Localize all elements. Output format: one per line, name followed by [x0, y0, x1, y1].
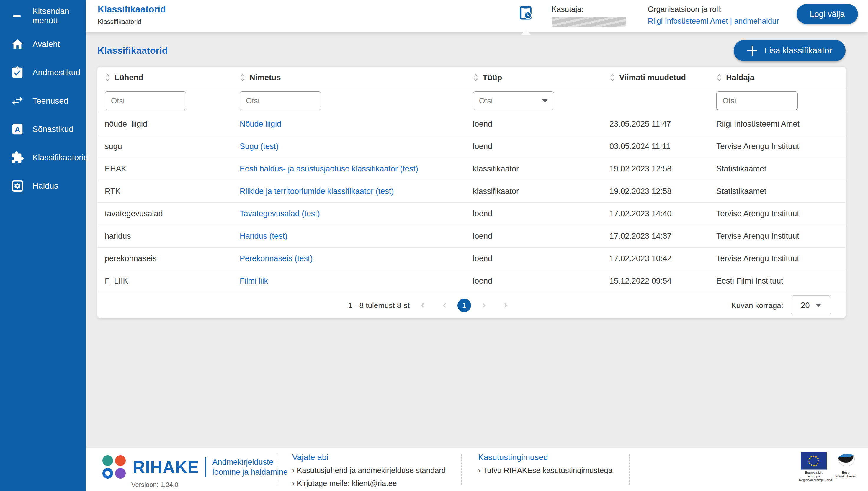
classifier-link[interactable]: Filmi liik [240, 277, 473, 286]
first-page-button[interactable] [420, 300, 430, 310]
cell-haldaja: Tervise Arengu Instituut [716, 232, 838, 241]
sidebar-item-teenused[interactable]: Teenused [0, 87, 86, 115]
org-block: Organisatsioon ja roll: Riigi Infosüstee… [648, 5, 789, 26]
user-block: Kasutaja: [552, 5, 631, 27]
eu-flag-logo: ★ ★ ★ ★ ★ ★ ★ ★ ★ ★ ★ ★ Euroopa Liit Eur… [799, 452, 829, 482]
topbar: Klassifikaatorid Klassifikaatorid Kasuta… [86, 0, 868, 32]
rihake-logo: RIHAKE Andmekirjelduste loomine ja halda… [103, 455, 288, 479]
cell-luhend: sugu [105, 142, 240, 151]
svg-text:★: ★ [810, 455, 812, 458]
last-page-button[interactable] [499, 300, 509, 310]
cell-haldaja: Tervise Arengu Instituut [716, 209, 838, 219]
tooltip-arrow [520, 30, 531, 35]
footer-link-manual[interactable]: Kasutusjuhend ja andmekirjelduse standar… [292, 466, 446, 475]
table-row: sugu Sugu (test) loend 03.05.2024 11:11 … [97, 136, 845, 158]
letter-a-icon: A [11, 122, 24, 136]
footer: RIHAKE Andmekirjelduste loomine ja halda… [86, 448, 868, 491]
sidebar-item-sonastikud[interactable]: A Sõnastikud [0, 115, 86, 143]
add-classifier-button[interactable]: Lisa klassifikaator [734, 40, 845, 61]
footer-divider [277, 454, 277, 485]
table-row: tavategevusalad Tavategevusalad (test) l… [97, 203, 845, 225]
chevron-down-icon [816, 304, 821, 307]
clipboard-clock-icon[interactable] [519, 4, 534, 22]
column-label: Viimati muudetud [619, 73, 686, 82]
app-root: Kitsendan menüü Avaleht Andmestikud Teen… [0, 0, 868, 491]
home-icon [11, 37, 24, 51]
column-header-luhend[interactable]: Lühend [105, 73, 240, 82]
cell-luhend: RTK [105, 187, 240, 196]
current-page-indicator[interactable]: 1 [458, 299, 471, 312]
filter-input-luhend[interactable] [105, 91, 186, 110]
sidebar-item-andmestikud[interactable]: Andmestikud [0, 58, 86, 87]
sidebar-item-haldus[interactable]: Haldus [0, 172, 86, 200]
svg-text:★: ★ [812, 455, 815, 458]
plus-icon [747, 46, 757, 56]
column-label: Tüüp [483, 73, 502, 82]
classifier-link[interactable]: Tavategevusalad (test) [240, 209, 473, 219]
filter-select-tuup[interactable]: Otsi [473, 91, 554, 110]
footer-link-terms[interactable]: Tutvu RIHAKEse kasutustingimustega [478, 466, 612, 475]
logout-button[interactable]: Logi välja [797, 4, 858, 24]
cell-muudetud: 19.02.2023 12:58 [609, 164, 716, 173]
classifier-link[interactable]: Sugu (test) [240, 142, 473, 151]
estonia-logo: Eesti tuleviku heaks [829, 452, 862, 478]
sort-icon [609, 74, 615, 82]
sidebar-item-klassifikaatorid[interactable]: Klassifikaatorid [0, 143, 86, 172]
classifier-link[interactable]: Riikide ja territooriumide klassifikaato… [240, 187, 473, 196]
footer-help-column: Vajate abi Kasutusjuhend ja andmekirjeld… [292, 453, 446, 488]
cell-muudetud: 17.02.2023 14:37 [609, 232, 716, 241]
column-header-tuup[interactable]: Tüüp [473, 73, 609, 82]
next-page-button[interactable] [479, 300, 489, 310]
version-text: Versioon: 1.24.0 [131, 481, 178, 489]
cell-luhend: tavategevusalad [105, 209, 240, 219]
classifier-link[interactable]: Eesti haldus- ja asustusjaotuse klassifi… [240, 164, 473, 173]
sidebar-item-label: Avaleht [32, 39, 60, 49]
breadcrumb: Klassifikaatorid [98, 18, 166, 26]
cell-haldaja: Riigi Infosüsteemi Amet [716, 119, 838, 129]
sort-icon [105, 74, 111, 82]
sidebar-item-label: Klassifikaatorid [32, 153, 88, 162]
table-footer: 1 - 8 tulemust 8-st 1 [97, 292, 845, 318]
sidebar-item-label: Sõnastikud [32, 124, 74, 134]
content: Klassifikaatorid Lisa klassifikaator Lüh… [86, 32, 868, 448]
page-title: Klassifikaatorid [97, 45, 168, 56]
column-header-viimati-muudetud[interactable]: Viimati muudetud [609, 73, 716, 82]
org-label: Organisatsioon ja roll: [648, 5, 789, 14]
cell-tuup: loend [473, 142, 609, 151]
footer-help-heading[interactable]: Vajate abi [292, 453, 446, 462]
cell-haldaja: Statistikaamet [716, 164, 838, 173]
classifier-link[interactable]: Haridus (test) [240, 232, 473, 241]
prev-page-button[interactable] [440, 300, 450, 310]
filter-input-nimetus[interactable] [240, 91, 321, 110]
footer-terms-column: Kasutustingimused Tutvu RIHAKEse kasutus… [478, 453, 612, 475]
chevron-down-icon [542, 99, 548, 103]
app-page-title: Klassifikaatorid [98, 4, 166, 15]
org-role-link[interactable]: Riigi Infosüsteemi Amet | andmehaldur [648, 17, 789, 26]
sidebar: Kitsendan menüü Avaleht Andmestikud Teen… [0, 0, 86, 491]
cell-luhend: nõude_liigid [105, 119, 240, 129]
cell-muudetud: 15.12.2022 09:54 [609, 277, 716, 286]
per-page-value: 20 [801, 301, 810, 310]
sidebar-item-collapse-menu[interactable]: Kitsendan menüü [0, 2, 86, 30]
brand-name: RIHAKE [133, 457, 199, 477]
eu-caption-line: Euroopa [799, 474, 829, 478]
cell-tuup: klassifikaator [473, 164, 609, 173]
footer-terms-heading[interactable]: Kasutustingimused [478, 453, 612, 462]
cell-luhend: haridus [105, 232, 240, 241]
sort-icon [473, 74, 479, 82]
sidebar-item-label: Andmestikud [32, 68, 80, 77]
puzzle-icon [11, 151, 24, 164]
column-header-nimetus[interactable]: Nimetus [240, 73, 473, 82]
classifier-link[interactable]: Perekonnaseis (test) [240, 254, 473, 263]
classifier-link[interactable]: Nõude liigid [240, 119, 473, 129]
column-label: Lühend [115, 73, 143, 82]
table-row: EHAK Eesti haldus- ja asustusjaotuse kla… [97, 158, 845, 180]
column-label: Haldaja [726, 73, 754, 82]
topbar-right: Kasutaja: Organisatsioon ja roll: Riigi … [519, 0, 868, 32]
column-header-haldaja[interactable]: Haldaja [716, 73, 838, 82]
table-row: perekonnaseis Perekonnaseis (test) loend… [97, 248, 845, 270]
per-page-select[interactable]: 20 [791, 296, 831, 315]
filter-input-haldaja[interactable] [716, 91, 798, 110]
footer-link-contact[interactable]: Kirjutage meile: klient@ria.ee [292, 479, 446, 488]
sidebar-item-avaleht[interactable]: Avaleht [0, 30, 86, 58]
